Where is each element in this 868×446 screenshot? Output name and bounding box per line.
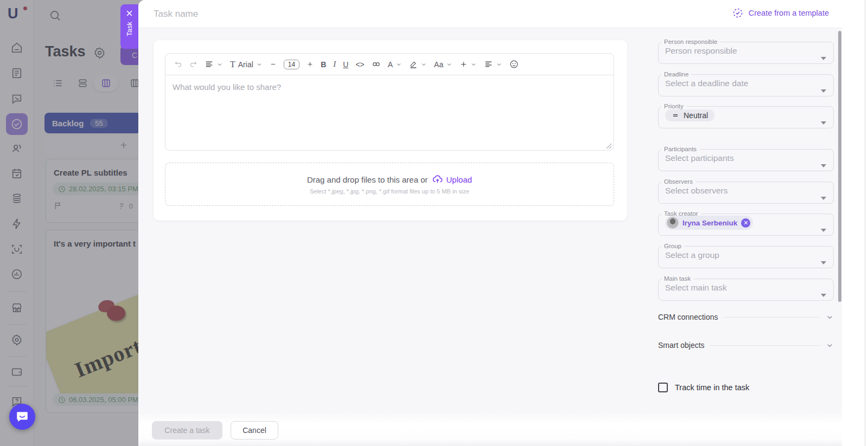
redo-button[interactable] [189, 60, 197, 68]
chevron-down-icon [395, 61, 402, 68]
rich-text-editor: TArial 14 B I U <> A Aa W [165, 53, 614, 151]
dropzone-text: Drag and drop files to this area or [307, 175, 428, 184]
file-dropzone[interactable]: Drag and drop files to this area or Uplo… [165, 163, 614, 206]
chevron-down-icon [420, 61, 427, 68]
editor-toolbar: TArial 14 B I U <> A Aa [165, 54, 614, 75]
screen: U Tasks C Backl [0, 0, 868, 446]
chevron-down-icon [446, 61, 452, 68]
chevron-down-icon[interactable] [826, 341, 834, 350]
dropdown-caret-icon[interactable] [821, 164, 826, 167]
font-size-value[interactable]: 14 [284, 60, 299, 69]
insert-button[interactable] [459, 60, 477, 68]
track-time-checkbox[interactable] [658, 383, 668, 392]
create-from-template-button[interactable]: Create from a template [732, 8, 829, 18]
track-time-row[interactable]: Track time in the task [658, 383, 749, 392]
chevron-down-icon [470, 61, 477, 68]
chevron-down-icon [256, 61, 263, 68]
person-responsible-field[interactable]: Person responsible Person responsible [658, 38, 834, 64]
description-editor-card: TArial 14 B I U <> A Aa W [154, 40, 627, 221]
emoji-button[interactable] [509, 60, 519, 69]
align-left-icon [484, 60, 493, 69]
task-name-input[interactable] [154, 7, 533, 22]
cancel-button[interactable]: Cancel [231, 421, 278, 439]
create-task-modal: Task Create from a template TArial 14 B [138, 0, 868, 446]
modal-footer: Create a task Cancel [138, 412, 842, 446]
dropdown-caret-icon[interactable] [821, 229, 826, 232]
link-button[interactable] [372, 60, 381, 69]
bold-button[interactable]: B [321, 60, 326, 69]
text-case-button[interactable]: Aa [434, 60, 452, 69]
align-button[interactable] [484, 60, 502, 69]
chevron-down-icon [496, 61, 502, 68]
chevron-down-icon [216, 61, 223, 68]
editor-content-area[interactable]: What would you like to share? [165, 75, 614, 151]
create-task-submit-button[interactable]: Create a task [152, 421, 222, 439]
paragraph-style-button[interactable] [205, 60, 223, 69]
group-field[interactable]: Group Select a group [658, 243, 834, 268]
dropdown-caret-icon[interactable] [821, 197, 826, 200]
text-color-button[interactable]: A [388, 60, 402, 69]
dropdown-caret-icon[interactable] [821, 261, 826, 264]
highlight-color-button[interactable] [409, 60, 427, 69]
editor-placeholder: What would you like to share? [173, 82, 281, 92]
deadline-field[interactable]: Deadline Select a deadline date [658, 71, 834, 96]
task-creator-field[interactable]: Task creator Iryna Serbeniuk ✕ [658, 210, 834, 236]
panel-scrollbar[interactable] [838, 31, 841, 302]
plus-icon [459, 60, 468, 68]
underline-button[interactable]: U [343, 60, 348, 69]
upload-button[interactable]: Upload [432, 174, 473, 185]
priority-field[interactable]: Priority Neutral [658, 103, 834, 128]
undo-button[interactable] [174, 60, 182, 68]
paragraph-icon [205, 60, 214, 69]
smart-objects-section[interactable]: Smart objects [658, 341, 834, 350]
close-icon[interactable] [125, 9, 133, 17]
italic-button[interactable]: I [333, 60, 336, 69]
dropdown-caret-icon[interactable] [821, 294, 826, 297]
code-button[interactable]: <> [355, 60, 364, 69]
tab-label: Task [125, 22, 133, 36]
resize-handle[interactable] [606, 143, 612, 149]
emoji-icon [509, 60, 519, 69]
chat-bubble-icon [15, 410, 29, 424]
observers-field[interactable]: Observers Select observers [658, 178, 834, 204]
dropdown-caret-icon[interactable] [821, 121, 826, 125]
template-check-icon [732, 8, 743, 18]
neutral-priority-icon [672, 112, 679, 119]
participants-field[interactable]: Participants Select participants [658, 146, 834, 171]
decrease-font-button[interactable] [270, 61, 277, 68]
avatar [667, 217, 679, 229]
chevron-down-icon[interactable] [826, 313, 834, 321]
priority-chip[interactable]: Neutral [665, 109, 714, 121]
task-creator-chip[interactable]: Iryna Serbeniuk ✕ [665, 216, 753, 230]
increase-font-button[interactable] [307, 61, 314, 68]
font-family-select[interactable]: TArial [230, 60, 263, 69]
task-properties-panel: Person responsible Person responsible De… [648, 28, 842, 446]
link-icon [372, 60, 381, 69]
main-task-field[interactable]: Main task Select main task [658, 275, 834, 301]
task-modal-tab[interactable]: Task [120, 4, 138, 49]
dropzone-hint: Select *.jpeg, *.jpg, *.png, *.gif forma… [310, 188, 469, 195]
upload-cloud-icon [432, 174, 443, 185]
modal-header: Create from a template [138, 0, 868, 28]
dropdown-caret-icon[interactable] [821, 57, 826, 60]
crm-connections-section[interactable]: CRM connections [658, 313, 834, 321]
remove-creator-icon[interactable]: ✕ [741, 218, 750, 228]
dropdown-caret-icon[interactable] [821, 89, 826, 93]
highlight-icon [409, 60, 418, 69]
right-margin [842, 0, 868, 446]
messenger-widget-button[interactable] [9, 404, 35, 430]
